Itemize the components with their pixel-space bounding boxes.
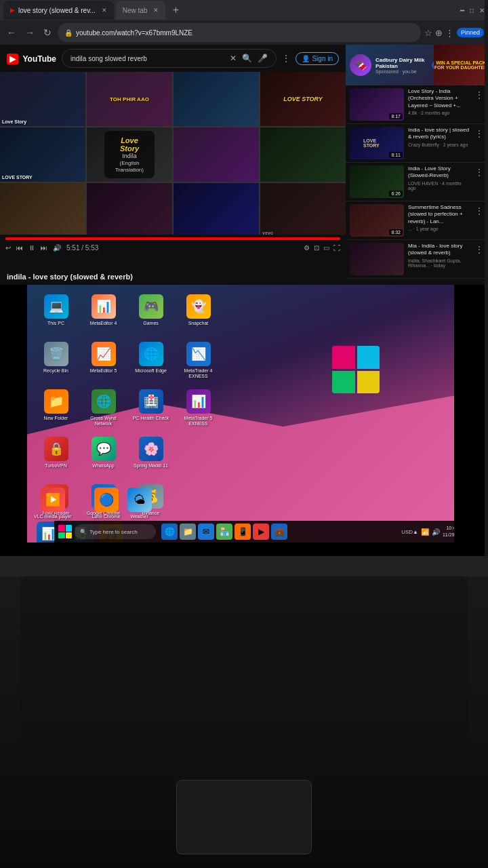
taskbar-search[interactable]: 🔍 Type here to search (75, 524, 156, 539)
sidebar-video-5[interactable]: Mia - Indila - love story (slowed & reve… (346, 240, 488, 279)
pinned-btn[interactable]: Pinned (457, 28, 484, 37)
tab-bar: ▶ love story (slowed & rev... ✕ New tab … (0, 0, 488, 20)
desktop-icon-metaeditor5[interactable]: 📈 MetaEditor 5 (81, 339, 125, 383)
sidebar-title-5: Mia - Indila - love story (slowed & reve… (408, 243, 470, 257)
tb-teams[interactable]: 💼 (271, 524, 287, 540)
settings-icon[interactable]: ⚙ (304, 244, 310, 252)
desktop-icon-thispc[interactable]: 💻 This PC (34, 292, 78, 336)
controls-left: ↩ ⏮ ⏸ ⏭ 🔊 5:51 / 5:53 (5, 244, 98, 252)
desktop-icon-weather[interactable]: 🌤 Weather (127, 485, 152, 519)
sidebar-video-1[interactable]: 8:17 Love Story - India (Orchestra Versi… (346, 85, 488, 124)
sidebar-duration-4: 8:32 (389, 229, 403, 235)
maximize-btn[interactable]: □ (470, 7, 474, 14)
desktop-icon-newfolder[interactable]: 📁 New Folder (34, 387, 78, 431)
desktop-icon-mt4[interactable]: 📉 MetaTrader 4 EXNESS (176, 339, 220, 383)
video-controls: ↩ ⏮ ⏸ ⏭ 🔊 5:51 / 5:53 ⚙ ⊡ ▭ (0, 235, 346, 269)
sidebar-video-4[interactable]: 8:32 Summertime Sadness (slowed to perfe… (346, 201, 488, 240)
tb-apps[interactable]: 📱 (235, 524, 251, 540)
search-icon[interactable]: 🔍 (242, 54, 252, 63)
play-icon[interactable]: ⏸ (28, 244, 35, 252)
new-tab-button[interactable]: + (167, 2, 184, 18)
desktop-icon-grosswynd[interactable]: 🌐 Gross Wynd Network (81, 387, 125, 431)
snapchat-icon: 👻 (186, 294, 211, 319)
search-clear-icon[interactable]: ✕ (230, 54, 237, 63)
windows-logo (332, 346, 380, 393)
sidebar-more-3[interactable]: ⋮ (474, 167, 484, 178)
sidebar-more-2[interactable]: ⋮ (474, 128, 484, 139)
desktop-icon-games[interactable]: 🎮 Games (129, 292, 173, 336)
desktop-icon-lumi[interactable]: 🔵 Lumi Chrome (92, 485, 121, 519)
desktop-icon-turbovpn[interactable]: 🔒 TurboVPN (34, 434, 78, 478)
prev-icon[interactable]: ⏮ (16, 244, 23, 252)
desktop-icon-metaeditor4[interactable]: 📊 MetaEditor 4 (81, 292, 125, 336)
tab-active[interactable]: ▶ love story (slowed & rev... ✕ (3, 1, 114, 20)
replay-icon[interactable]: ↩ (5, 244, 11, 252)
tb-media[interactable]: ▶ (253, 524, 269, 540)
taskbar: 🔍 Type here to search 🌐 📁 ✉ 🏪 📱 ▶ 💼 USD▲… (54, 521, 454, 542)
desktop-icon-healthcheck[interactable]: 🏥 PC Health Check (129, 387, 173, 431)
lumi-icon: 🔵 (94, 488, 119, 512)
mic-icon[interactable]: 🎤 (258, 54, 268, 63)
menu-btn[interactable]: ⋮ (445, 28, 454, 38)
theater-icon[interactable]: ▭ (323, 244, 329, 252)
desktop-icon-mt5[interactable]: 📊 MetaTrader 5 EXNESS (176, 387, 220, 431)
tb-store[interactable]: 🏪 (216, 524, 232, 540)
fullscreen-icon[interactable]: ⛶ (333, 244, 340, 252)
desktop-icon-edge[interactable]: 🌐 Microsoft Edge (129, 339, 173, 383)
tab1-close[interactable]: ✕ (102, 7, 107, 14)
tb-edge[interactable]: 🌐 (161, 524, 178, 540)
sidebar-more-4[interactable]: ⋮ (474, 205, 484, 216)
turbovpn-icon: 🔒 (44, 437, 68, 461)
start-button[interactable] (58, 525, 72, 538)
extensions-btn[interactable]: ☆ (424, 28, 432, 38)
miniplayer-icon[interactable]: ⊡ (314, 244, 319, 252)
video-center-overlay: Love Story Indila(English Translation) (104, 131, 155, 178)
video-info: indila - love story (slowed & reverb) (0, 269, 346, 285)
sign-in-button[interactable]: 👤 Sign in (296, 52, 339, 65)
vid-cell-4: LOVE STORY (260, 72, 346, 126)
vid-cell-2: TOH PHIR AAO (87, 72, 172, 126)
desktop-icon-spring[interactable]: 🌸 Spring Maddi 11 (129, 434, 173, 478)
desktop-icon-recycle[interactable]: 🗑️ Recycle Bin (34, 339, 78, 383)
sidebar-duration-2: 8:11 (389, 152, 403, 158)
touchpad[interactable] (176, 780, 312, 854)
screen-bezel-right (485, 0, 488, 556)
video-player[interactable]: Love Story TOH PHIR AAO LOVE STORY LOVE … (0, 72, 346, 235)
tab-inactive[interactable]: New tab ✕ (116, 1, 166, 20)
healthcheck-label: PC Health Check (133, 416, 169, 421)
url-text: youtube.com/watch?v=x67bmm9LNZE (76, 29, 192, 37)
close-btn[interactable]: ✕ (479, 7, 485, 14)
desktop-icon-whatsapp[interactable]: 💬 WhatsApp (81, 434, 125, 478)
notifications-icon[interactable]: ⋮ (282, 54, 290, 63)
sidebar-video-2[interactable]: LOVE STORY 8:11 India - love story | slo… (346, 124, 488, 163)
header-actions: ⋮ 👤 Sign in (282, 52, 339, 65)
ad-brand: Cadbury Dairy Milk Pakistan (375, 57, 428, 69)
progress-bar[interactable] (5, 237, 340, 240)
sidebar-meta-4: ... · 1 year ago (408, 226, 470, 231)
youtube-logo[interactable]: ▶ YouTube (7, 52, 56, 64)
desktop-icon-snapchat[interactable]: 👻 Snapchat (176, 292, 220, 336)
youtube-search-bar[interactable]: indila song slowed reverb ✕ 🔍 🎤 (62, 49, 277, 68)
address-bar[interactable]: 🔒 youtube.com/watch?v=x67bmm9LNZE (58, 23, 421, 42)
volume-icon[interactable]: 🔊 (53, 244, 61, 252)
refresh-button[interactable]: ↻ (41, 26, 54, 39)
minimize-btn[interactable]: ━ (460, 7, 464, 14)
desktop-icon-vlc[interactable]: ▶️ VLC media player (34, 485, 72, 519)
ad-text: Cadbury Dairy Milk Pakistan Sponsored · … (375, 57, 428, 74)
tb-mail[interactable]: ✉ (198, 524, 214, 540)
sidebar-info-5: Mia - Indila - love story (slowed & reve… (408, 243, 470, 275)
metaeditor5-label: MetaEditor 5 (90, 368, 117, 374)
tab2-close[interactable]: ✕ (153, 7, 159, 14)
next-icon[interactable]: ⏭ (41, 244, 47, 252)
sidebar-more-1[interactable]: ⋮ (474, 90, 484, 100)
back-button[interactable]: ← (4, 26, 19, 39)
bookmark-btn[interactable]: ⊕ (435, 28, 443, 38)
sidebar-more-5[interactable]: ⋮ (474, 244, 484, 255)
controls-right: ⚙ ⊡ ▭ ⛶ (304, 244, 340, 252)
icon-row-5: ▶️ VLC media player 🔵 Lumi Chrome 🌤 Weat… (34, 485, 152, 519)
sidebar-title-1: Love Story - India (Orchestra Version + … (408, 88, 470, 109)
tb-explorer[interactable]: 📁 (180, 524, 196, 540)
sidebar-video-3[interactable]: 6:26 India - Love Story (Slowed-Reverb) … (346, 163, 488, 201)
forward-button[interactable]: → (22, 26, 37, 39)
win-quad-yellow (357, 371, 380, 394)
